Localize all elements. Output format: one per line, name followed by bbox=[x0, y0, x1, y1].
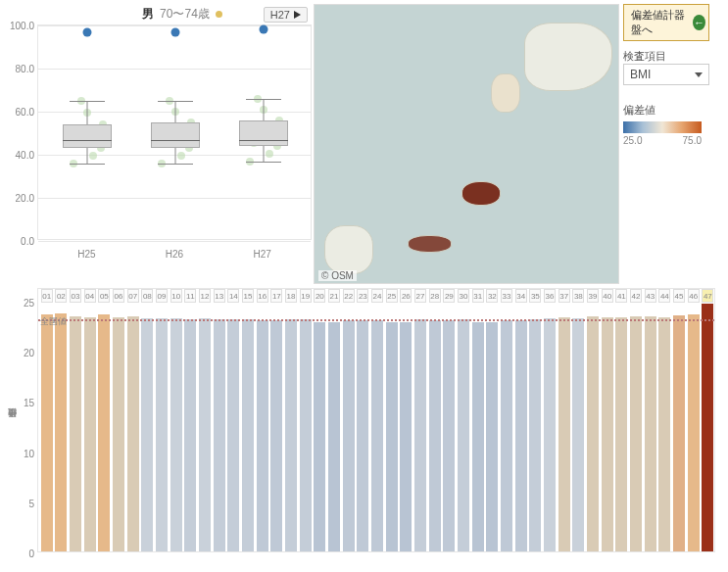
bar-header-cell[interactable]: 29 bbox=[443, 289, 455, 303]
bar-header-cell[interactable]: 03 bbox=[70, 289, 81, 303]
bar-header-cell[interactable]: 08 bbox=[141, 289, 153, 303]
bar[interactable] bbox=[113, 317, 124, 551]
bar[interactable] bbox=[371, 320, 383, 551]
bar[interactable] bbox=[702, 304, 713, 551]
bar[interactable] bbox=[429, 320, 441, 551]
bar-header-cell[interactable]: 14 bbox=[227, 289, 239, 303]
map-panel[interactable]: © OSM bbox=[314, 4, 619, 284]
bar-header-cell[interactable]: 47 bbox=[702, 289, 713, 303]
bar[interactable] bbox=[184, 319, 196, 551]
bar-header-cell[interactable]: 31 bbox=[472, 289, 484, 303]
bar-header-cell[interactable]: 43 bbox=[645, 289, 656, 303]
bar[interactable] bbox=[572, 318, 584, 551]
bar-header-cell[interactable]: 32 bbox=[486, 289, 498, 303]
bar[interactable] bbox=[602, 317, 613, 551]
bar[interactable] bbox=[70, 316, 81, 551]
bar[interactable] bbox=[214, 319, 225, 551]
bar-header-cell[interactable]: 35 bbox=[529, 289, 541, 303]
bar-header-cell[interactable]: 15 bbox=[242, 289, 254, 303]
bar-header-cell[interactable]: 06 bbox=[113, 289, 124, 303]
bar-header-cell[interactable]: 04 bbox=[84, 289, 96, 303]
bar-header-cell[interactable]: 33 bbox=[501, 289, 512, 303]
bar-header-cell[interactable]: 41 bbox=[615, 289, 627, 303]
bar-header-cell[interactable]: 01 bbox=[41, 289, 53, 303]
nav-to-dashboard-button[interactable]: 偏差値計器盤へ ← bbox=[623, 4, 709, 41]
bar[interactable] bbox=[84, 317, 96, 551]
bar[interactable] bbox=[141, 318, 153, 551]
year-play-button[interactable]: H27 bbox=[264, 7, 308, 23]
bar[interactable] bbox=[658, 317, 670, 551]
bar[interactable] bbox=[242, 319, 254, 551]
bar[interactable] bbox=[458, 319, 469, 551]
bar-header-cell[interactable]: 42 bbox=[630, 289, 642, 303]
bar[interactable] bbox=[472, 322, 484, 551]
bar[interactable] bbox=[300, 319, 312, 551]
bar[interactable] bbox=[501, 320, 512, 551]
bar-header-cell[interactable]: 12 bbox=[199, 289, 211, 303]
bar[interactable] bbox=[645, 316, 656, 551]
bar-header-cell[interactable]: 22 bbox=[343, 289, 355, 303]
bar-header-cell[interactable]: 44 bbox=[658, 289, 670, 303]
bar[interactable] bbox=[270, 320, 282, 551]
bar-header-cell[interactable]: 13 bbox=[214, 289, 225, 303]
bar[interactable] bbox=[41, 314, 53, 551]
bar[interactable] bbox=[343, 320, 355, 551]
bar[interactable] bbox=[386, 322, 398, 551]
barchart-ytick: 5 bbox=[13, 498, 34, 508]
bar-header-cell[interactable]: 25 bbox=[386, 289, 398, 303]
bar-header-cell[interactable]: 30 bbox=[458, 289, 469, 303]
bar[interactable] bbox=[285, 319, 297, 551]
bar[interactable] bbox=[486, 322, 498, 551]
metric-select[interactable]: BMI bbox=[623, 64, 709, 85]
bar[interactable] bbox=[688, 314, 700, 551]
bar-header-cell[interactable]: 21 bbox=[328, 289, 340, 303]
bar-header-cell[interactable]: 19 bbox=[300, 289, 312, 303]
bar[interactable] bbox=[414, 319, 426, 551]
bar[interactable] bbox=[156, 318, 168, 551]
bar-header-cell[interactable]: 39 bbox=[587, 289, 599, 303]
bar-header-cell[interactable]: 38 bbox=[572, 289, 584, 303]
bar[interactable] bbox=[630, 316, 642, 551]
bar[interactable] bbox=[673, 315, 685, 551]
bar[interactable] bbox=[443, 320, 455, 551]
bar-header-cell[interactable]: 34 bbox=[515, 289, 527, 303]
bar[interactable] bbox=[127, 316, 139, 551]
bar[interactable] bbox=[400, 322, 412, 551]
bar-header-cell[interactable]: 24 bbox=[371, 289, 383, 303]
bar-header-cell[interactable]: 40 bbox=[602, 289, 613, 303]
bar-header-cell[interactable]: 46 bbox=[688, 289, 700, 303]
bar[interactable] bbox=[55, 313, 67, 551]
boxplot-ytick: 100.0 bbox=[7, 21, 34, 31]
bar-header-cell[interactable]: 16 bbox=[257, 289, 268, 303]
bar-header-cell[interactable]: 27 bbox=[414, 289, 426, 303]
bar[interactable] bbox=[170, 318, 182, 551]
bar-header-cell[interactable]: 02 bbox=[55, 289, 67, 303]
bar-header-cell[interactable]: 45 bbox=[673, 289, 685, 303]
bar[interactable] bbox=[257, 320, 268, 551]
bar-header-cell[interactable]: 23 bbox=[357, 289, 368, 303]
bar[interactable] bbox=[227, 319, 239, 551]
bar-header-cell[interactable]: 26 bbox=[400, 289, 412, 303]
bar[interactable] bbox=[314, 322, 325, 551]
bar[interactable] bbox=[515, 320, 527, 551]
bar[interactable] bbox=[558, 317, 570, 551]
bar[interactable] bbox=[615, 317, 627, 551]
bar-header-cell[interactable]: 20 bbox=[314, 289, 325, 303]
bar[interactable] bbox=[529, 319, 541, 551]
bar-header-cell[interactable]: 11 bbox=[184, 289, 196, 303]
bar[interactable] bbox=[357, 320, 368, 551]
bar-header-cell[interactable]: 37 bbox=[558, 289, 570, 303]
bar[interactable] bbox=[328, 322, 340, 551]
bar-header-cell[interactable]: 07 bbox=[127, 289, 139, 303]
bar-header-cell[interactable]: 28 bbox=[429, 289, 441, 303]
bar[interactable] bbox=[98, 314, 110, 551]
bar[interactable] bbox=[587, 316, 599, 551]
bar-header-cell[interactable]: 05 bbox=[98, 289, 110, 303]
bar-header-cell[interactable]: 10 bbox=[170, 289, 182, 303]
bar[interactable] bbox=[544, 318, 556, 551]
bar[interactable] bbox=[199, 318, 211, 551]
bar-header-cell[interactable]: 09 bbox=[156, 289, 168, 303]
bar-header-cell[interactable]: 18 bbox=[285, 289, 297, 303]
bar-header-cell[interactable]: 17 bbox=[270, 289, 282, 303]
bar-header-cell[interactable]: 36 bbox=[544, 289, 556, 303]
